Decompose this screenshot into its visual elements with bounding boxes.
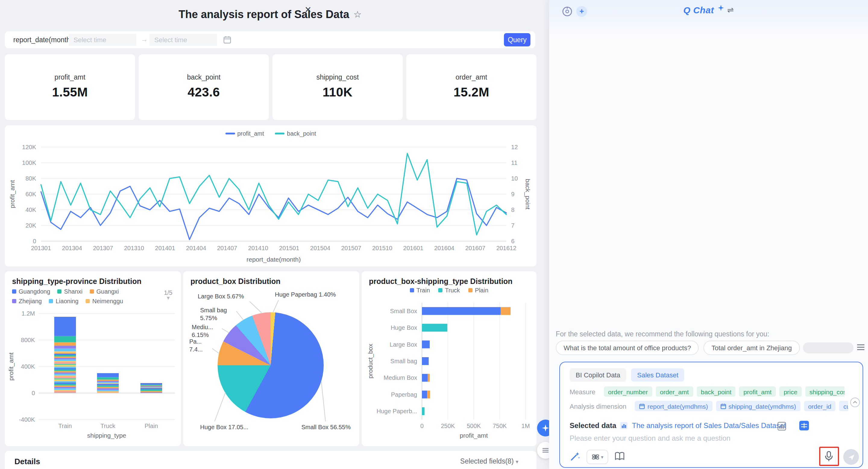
suggestion-chip[interactable]: Total order_amt in Zhejiang bbox=[704, 341, 800, 355]
kpi-card-order-amt: order_amt 15.2M bbox=[406, 54, 536, 120]
kpi-label: shipping_cost bbox=[273, 73, 403, 81]
svg-text:Train: Train bbox=[59, 423, 72, 429]
legend-swatch bbox=[275, 133, 284, 134]
legend-item[interactable]: profit_amt bbox=[225, 130, 264, 137]
calendar-icon[interactable] bbox=[223, 36, 231, 44]
svg-text:201407: 201407 bbox=[217, 245, 237, 251]
dimension-tag[interactable]: report_date(ymdhms) bbox=[635, 401, 712, 411]
stacked-bar-card: shipping_type-province Distribution Guan… bbox=[5, 271, 181, 446]
measure-tag[interactable]: back_point bbox=[696, 386, 736, 397]
svg-text:60K: 60K bbox=[25, 191, 36, 197]
close-panel-icon[interactable]: × bbox=[301, 4, 315, 17]
svg-text:201410: 201410 bbox=[248, 245, 268, 251]
kpi-card-shipping-cost: shipping_cost 110K bbox=[273, 54, 403, 120]
svg-text:0: 0 bbox=[420, 423, 424, 429]
svg-text:201307: 201307 bbox=[93, 245, 113, 251]
measure-tag[interactable]: order_number bbox=[604, 386, 652, 397]
pie-label-paperbag: Pa... 7.4... bbox=[189, 338, 211, 353]
range-arrow-icon: → bbox=[141, 36, 148, 43]
send-button[interactable] bbox=[843, 449, 859, 465]
selected-data-row: Selected data The analysis report of Sal… bbox=[569, 421, 786, 430]
measure-tag[interactable]: order_amt bbox=[656, 386, 693, 397]
calendar-icon bbox=[639, 403, 645, 409]
svg-text:12: 12 bbox=[511, 144, 518, 150]
dimension-tag[interactable]: shipping_date(ymdhms) bbox=[716, 401, 800, 411]
svg-text:profit_amt: profit_amt bbox=[9, 180, 16, 208]
calendar-icon bbox=[720, 403, 726, 409]
svg-text:10: 10 bbox=[511, 175, 518, 182]
svg-text:800K: 800K bbox=[21, 337, 35, 343]
svg-text:7: 7 bbox=[511, 222, 515, 229]
details-section: Details Selected fields(8) ▾ bbox=[5, 451, 536, 469]
dataset-tabs: BI Copilot DataSales Dataset bbox=[569, 368, 684, 382]
kpi-value: 1.55M bbox=[5, 85, 135, 99]
question-input[interactable]: Please enter your question and ask me a … bbox=[569, 434, 731, 442]
kpi-value: 423.6 bbox=[138, 85, 269, 99]
measure-tags: order_numberorder_amtback_pointprofit_am… bbox=[604, 386, 844, 397]
dataset-tab[interactable]: BI Copilot Data bbox=[569, 368, 626, 382]
switch-dataset-icon[interactable] bbox=[777, 421, 786, 431]
dimension-row: Analysis dimension report_date(ymdhms)sh… bbox=[569, 401, 848, 411]
report-chart-icon bbox=[620, 421, 628, 430]
selected-fields-dropdown[interactable]: Selected fields(8) ▾ bbox=[460, 458, 518, 465]
measure-tag[interactable]: profit_amt bbox=[739, 386, 776, 397]
chevron-down-icon: ▾ bbox=[601, 454, 603, 460]
favorite-star-icon[interactable]: ☆ bbox=[353, 9, 362, 20]
switch-mode-icon[interactable]: ⇌ bbox=[727, 5, 734, 14]
end-time-input[interactable]: Select time bbox=[150, 34, 217, 46]
measure-row: Measure order_numberorder_amtback_pointp… bbox=[569, 386, 844, 397]
kpi-label: back_point bbox=[138, 73, 269, 81]
svg-text:201404: 201404 bbox=[186, 245, 206, 251]
legend-item[interactable]: back_point bbox=[275, 130, 316, 137]
svg-text:201501: 201501 bbox=[279, 245, 299, 251]
svg-text:201510: 201510 bbox=[372, 245, 393, 251]
pie-label-huge-paperbag: Huge Paperbag 1.40% bbox=[275, 290, 336, 299]
svg-text:100K: 100K bbox=[22, 159, 36, 166]
start-time-input[interactable]: Select time bbox=[69, 34, 136, 46]
measure-tag[interactable]: price bbox=[779, 386, 802, 397]
pie-label-large-box: Large Box 5.67% bbox=[198, 292, 248, 300]
model-selector[interactable]: ▾ bbox=[587, 450, 608, 464]
magic-wand-icon[interactable] bbox=[569, 451, 581, 462]
legend-swatch bbox=[225, 133, 235, 134]
kpi-value: 15.2M bbox=[406, 85, 536, 99]
suggestion-chip[interactable]: What is the total amount of office produ… bbox=[556, 341, 699, 355]
svg-text:201301: 201301 bbox=[31, 245, 51, 251]
measure-tag[interactable]: shipping_cost bbox=[805, 386, 844, 397]
sparkle-icon bbox=[541, 424, 550, 432]
svg-text:201601: 201601 bbox=[403, 245, 424, 251]
chevron-down-icon: ▾ bbox=[516, 459, 518, 465]
legend-label: profit_amt bbox=[237, 130, 264, 137]
svg-text:6: 6 bbox=[511, 238, 515, 245]
suggestion-skeleton bbox=[803, 342, 854, 353]
svg-text:back_point: back_point bbox=[524, 179, 531, 210]
kpi-value: 110K bbox=[273, 85, 403, 99]
svg-text:201401: 201401 bbox=[155, 245, 175, 251]
dimension-tags: report_date(ymdhms)shipping_date(ymdhms)… bbox=[635, 401, 848, 411]
svg-text:20K: 20K bbox=[25, 222, 36, 229]
svg-text:shipping_type: shipping_type bbox=[87, 432, 126, 439]
collapse-fields-icon[interactable] bbox=[850, 397, 860, 408]
svg-text:profit_amt: profit_amt bbox=[460, 432, 488, 439]
suggestion-list-icon[interactable] bbox=[856, 342, 866, 352]
details-title: Details bbox=[14, 457, 40, 466]
pie-label-huge-box: Huge Box 17.05... bbox=[200, 423, 248, 431]
kpi-label: profit_amt bbox=[5, 73, 135, 81]
question-composer: BI Copilot DataSales Dataset Measure ord… bbox=[559, 362, 863, 468]
table-view-icon[interactable] bbox=[799, 420, 809, 431]
query-button[interactable]: Query bbox=[504, 33, 530, 46]
svg-text:profit_amt: profit_amt bbox=[7, 352, 15, 381]
dimension-tag[interactable]: order_id bbox=[804, 401, 835, 411]
selected-data-link[interactable]: The analysis report of Sales Data/Sales … bbox=[632, 421, 786, 430]
svg-text:Small bag: Small bag bbox=[390, 358, 417, 365]
svg-text:0: 0 bbox=[32, 390, 35, 396]
knowledge-book-icon[interactable] bbox=[614, 451, 625, 462]
dataset-tab[interactable]: Sales Dataset bbox=[631, 368, 684, 382]
filter-bar: report_date(month) Select time → Select … bbox=[5, 31, 535, 48]
dimension-tag[interactable]: customer_name bbox=[839, 401, 848, 411]
stacked-bar-chart: 1.2M800K400K0-400KTrainTruckPlainshippin… bbox=[5, 271, 181, 446]
svg-text:Medium Box: Medium Box bbox=[384, 374, 417, 381]
suggestion-chips: What is the total amount of office produ… bbox=[556, 341, 800, 355]
kpi-label: order_amt bbox=[406, 73, 536, 81]
logo-sparkle-icon bbox=[718, 4, 724, 10]
